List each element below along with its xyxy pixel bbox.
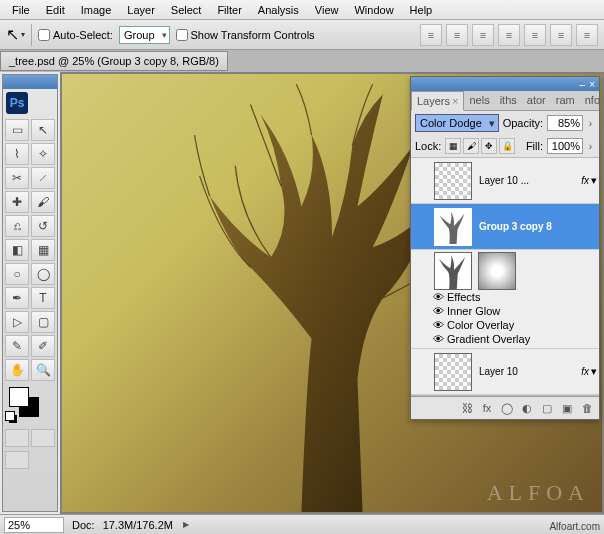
menu-view[interactable]: View [307, 2, 347, 18]
layers-list[interactable]: Layer 10 ... fx ▾ Group 3 copy 8 👁Effect… [411, 157, 599, 396]
lock-transparency-icon[interactable]: ▦ [445, 138, 461, 154]
visibility-eye-icon[interactable]: 👁 [429, 291, 447, 303]
menu-filter[interactable]: Filter [209, 2, 249, 18]
color-swatches[interactable] [3, 383, 57, 427]
layer-row[interactable]: 👁Effects 👁Inner Glow 👁Color Overlay 👁Gra… [411, 250, 599, 349]
tab-close-icon[interactable]: × [452, 95, 458, 107]
panel-close-icon[interactable]: × [589, 79, 595, 90]
align-icon[interactable]: ≡ [576, 24, 598, 46]
show-transform-checkbox[interactable] [176, 29, 188, 41]
quickmask-mode-icon[interactable] [31, 429, 55, 447]
zoom-tool[interactable]: 🔍 [31, 359, 55, 381]
document-tab[interactable]: _tree.psd @ 25% (Group 3 copy 8, RGB/8) [0, 51, 228, 71]
tab-info[interactable]: nfo [580, 91, 604, 110]
status-menu-icon[interactable]: ▶ [183, 520, 189, 529]
align-icon[interactable]: ≡ [524, 24, 546, 46]
tab-histogram[interactable]: ram [551, 91, 580, 110]
panel-minimize-icon[interactable]: – [580, 79, 586, 90]
effects-label[interactable]: Effects [447, 291, 480, 303]
lasso-tool[interactable]: ⌇ [5, 143, 29, 165]
adjustment-layer-icon[interactable]: ◐ [518, 400, 536, 416]
layer-thumbnail[interactable] [434, 162, 472, 200]
layer-thumbnail[interactable] [434, 353, 472, 391]
type-tool[interactable]: T [31, 287, 55, 309]
new-group-icon[interactable]: ▢ [538, 400, 556, 416]
menu-window[interactable]: Window [346, 2, 401, 18]
layer-thumbnail[interactable] [434, 252, 472, 290]
fill-field[interactable]: 100% [547, 138, 583, 154]
heal-tool[interactable]: ✚ [5, 191, 29, 213]
dodge-tool[interactable]: ◯ [31, 263, 55, 285]
layer-row[interactable]: Layer 10 fx ▾ [411, 349, 599, 395]
path-tool[interactable]: ▷ [5, 311, 29, 333]
layer-name-label[interactable]: Group 3 copy 8 [475, 221, 597, 232]
wand-tool[interactable]: ✧ [31, 143, 55, 165]
fx-badge-icon[interactable]: fx [581, 366, 589, 377]
tab-navigator[interactable]: ator [522, 91, 551, 110]
blur-tool[interactable]: ○ [5, 263, 29, 285]
menu-edit[interactable]: Edit [38, 2, 73, 18]
visibility-eye-icon[interactable]: 👁 [429, 305, 447, 317]
lock-all-icon[interactable]: 🔒 [499, 138, 515, 154]
layer-name-label[interactable]: Layer 10 ... [475, 175, 579, 186]
standard-mode-icon[interactable] [5, 429, 29, 447]
menu-file[interactable]: File [4, 2, 38, 18]
stamp-tool[interactable]: ⎌ [5, 215, 29, 237]
tab-channels[interactable]: nels [464, 91, 494, 110]
slice-tool[interactable]: ⟋ [31, 167, 55, 189]
tab-layers[interactable]: Layers× [411, 91, 464, 111]
effect-color-overlay[interactable]: Color Overlay [447, 319, 514, 331]
menu-analysis[interactable]: Analysis [250, 2, 307, 18]
notes-tool[interactable]: ✎ [5, 335, 29, 357]
align-icon[interactable]: ≡ [446, 24, 468, 46]
screen-mode-icon[interactable] [5, 451, 29, 469]
panel-titlebar[interactable]: – × [411, 77, 599, 91]
blend-mode-combo[interactable]: Color Dodge [415, 114, 499, 132]
layer-mask-icon[interactable]: ◯ [498, 400, 516, 416]
default-colors-icon[interactable] [5, 411, 19, 425]
visibility-eye-icon[interactable]: 👁 [429, 333, 447, 345]
menu-select[interactable]: Select [163, 2, 210, 18]
hand-tool[interactable]: ✋ [5, 359, 29, 381]
layer-row[interactable]: Group 3 copy 8 [411, 204, 599, 250]
layer-mask-thumbnail[interactable] [478, 252, 516, 290]
lock-position-icon[interactable]: ✥ [481, 138, 497, 154]
align-icon[interactable]: ≡ [550, 24, 572, 46]
crop-tool[interactable]: ✂ [5, 167, 29, 189]
delete-layer-icon[interactable]: 🗑 [578, 400, 596, 416]
chevron-down-icon[interactable]: ▾ [591, 174, 597, 187]
zoom-field[interactable]: 25% [4, 517, 64, 533]
align-icon[interactable]: ≡ [498, 24, 520, 46]
opacity-field[interactable]: 85% [547, 115, 583, 131]
align-icon[interactable]: ≡ [420, 24, 442, 46]
menu-image[interactable]: Image [73, 2, 120, 18]
brush-tool[interactable]: 🖌 [31, 191, 55, 213]
menu-help[interactable]: Help [402, 2, 441, 18]
fx-badge-icon[interactable]: fx [581, 175, 589, 186]
move-tool[interactable]: ↖ [31, 119, 55, 141]
effect-inner-glow[interactable]: Inner Glow [447, 305, 500, 317]
layer-row[interactable]: Layer 10 ... fx ▾ [411, 158, 599, 204]
gradient-tool[interactable]: ▦ [31, 239, 55, 261]
tab-paths[interactable]: iths [495, 91, 522, 110]
active-tool-icon[interactable]: ↖ ▾ [6, 25, 25, 44]
align-icon[interactable]: ≡ [472, 24, 494, 46]
pen-tool[interactable]: ✒ [5, 287, 29, 309]
layer-thumbnail[interactable] [434, 208, 472, 246]
effect-gradient-overlay[interactable]: Gradient Overlay [447, 333, 530, 345]
shape-tool[interactable]: ▢ [31, 311, 55, 333]
palette-drag-handle[interactable] [3, 75, 57, 89]
history-brush-tool[interactable]: ↺ [31, 215, 55, 237]
menu-layer[interactable]: Layer [119, 2, 163, 18]
eyedropper-tool[interactable]: ✐ [31, 335, 55, 357]
layer-style-icon[interactable]: fx [478, 400, 496, 416]
chevron-down-icon[interactable]: ▾ [591, 365, 597, 378]
auto-select-target-combo[interactable]: Group [119, 26, 170, 44]
marquee-tool[interactable]: ▭ [5, 119, 29, 141]
foreground-color-swatch[interactable] [9, 387, 29, 407]
eraser-tool[interactable]: ◧ [5, 239, 29, 261]
link-layers-icon[interactable]: ⛓ [458, 400, 476, 416]
layer-name-label[interactable]: Layer 10 [475, 366, 579, 377]
new-layer-icon[interactable]: ▣ [558, 400, 576, 416]
lock-pixels-icon[interactable]: 🖌 [463, 138, 479, 154]
